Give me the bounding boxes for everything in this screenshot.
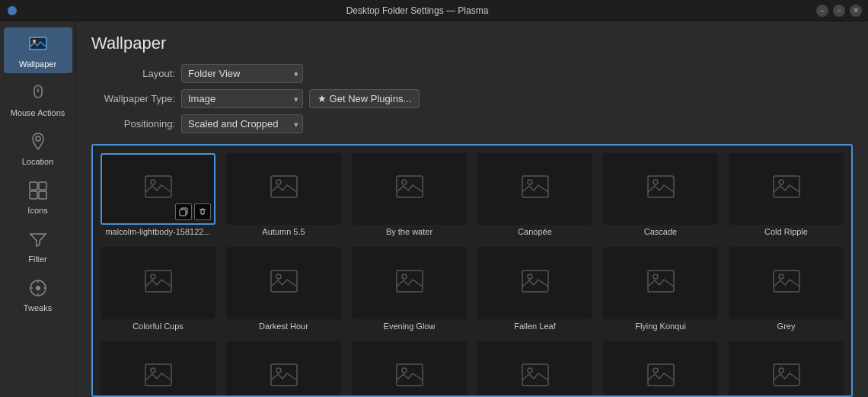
location-icon xyxy=(26,130,50,154)
wallpaper-type-select-wrapper[interactable]: Image Color Slideshow xyxy=(181,89,303,108)
wallpaper-type-select[interactable]: Image Color Slideshow xyxy=(181,89,303,108)
wallpaper-item[interactable] xyxy=(223,338,344,397)
wallpaper-item[interactable]: Cascade xyxy=(600,150,721,239)
wallpaper-placeholder-icon xyxy=(647,363,675,391)
wallpaper-grid: malcolm-lightbody-158122... Autumn 5.5 B… xyxy=(97,150,847,397)
sidebar-item-icons[interactable]: Icons xyxy=(4,174,72,219)
svg-point-26 xyxy=(528,180,532,184)
wallpaper-thumbnail[interactable] xyxy=(729,153,844,225)
sidebar-item-tweaks[interactable]: Tweaks xyxy=(4,271,72,317)
wallpaper-type-row: Wallpaper Type: Image Color Slideshow ★ … xyxy=(91,89,853,108)
wallpaper-thumbnail[interactable] xyxy=(603,247,718,319)
titlebar-icon xyxy=(6,5,18,17)
wallpaper-placeholder-icon xyxy=(522,175,549,203)
wallpaper-thumbnail[interactable] xyxy=(352,247,467,319)
wallpaper-item[interactable] xyxy=(474,338,595,397)
layout-select[interactable]: Folder View Desktop xyxy=(181,64,303,83)
svg-point-44 xyxy=(151,368,155,373)
svg-point-30 xyxy=(779,180,783,184)
maximize-button[interactable]: ○ xyxy=(833,5,845,17)
positioning-select[interactable]: Scaled and Cropped Scaled Centered Tiled… xyxy=(181,114,303,133)
wallpaper-thumbnail[interactable] xyxy=(477,247,592,319)
sidebar-item-mouse-actions[interactable]: Mouse Actions xyxy=(4,76,72,122)
wallpaper-thumbnail[interactable] xyxy=(477,341,592,397)
wallpaper-name: Cascade xyxy=(603,227,718,236)
wallpaper-item[interactable]: Fallen Leaf xyxy=(474,244,595,333)
wallpaper-thumbnail[interactable] xyxy=(729,247,844,319)
wallpaper-placeholder-icon xyxy=(145,270,172,297)
sidebar-item-label: Icons xyxy=(27,206,47,215)
copy-wallpaper-button[interactable] xyxy=(175,203,192,220)
wallpaper-grid-container[interactable]: malcolm-lightbody-158122... Autumn 5.5 B… xyxy=(91,144,853,397)
wallpaper-thumbnail[interactable] xyxy=(729,341,844,397)
sidebar-item-filter[interactable]: Filter xyxy=(4,223,72,268)
layout-label: Layout: xyxy=(91,68,175,79)
wallpaper-placeholder-icon xyxy=(522,270,549,297)
svg-point-36 xyxy=(402,274,407,279)
wallpaper-thumbnail[interactable] xyxy=(101,247,215,319)
positioning-select-wrapper[interactable]: Scaled and Cropped Scaled Centered Tiled… xyxy=(181,114,303,133)
wallpaper-thumbnail[interactable] xyxy=(226,341,341,397)
wallpaper-name: Darkest Hour xyxy=(226,322,341,331)
wallpaper-placeholder-icon xyxy=(522,363,549,391)
wallpaper-item[interactable] xyxy=(97,338,219,397)
svg-point-13 xyxy=(36,286,40,290)
wallpaper-icon xyxy=(26,32,50,56)
positioning-row: Positioning: Scaled and Cropped Scaled C… xyxy=(91,114,853,133)
sidebar: Wallpaper Mouse Actions Location Icons F… xyxy=(0,21,76,397)
svg-point-54 xyxy=(779,368,783,373)
delete-wallpaper-button[interactable] xyxy=(194,203,211,220)
wallpaper-name: Flying Konqui xyxy=(603,322,718,331)
wallpaper-item[interactable]: Flying Konqui xyxy=(600,244,721,333)
wallpaper-item[interactable]: malcolm-lightbody-158122... xyxy=(97,150,219,239)
wallpaper-thumbnail[interactable] xyxy=(477,153,592,225)
svg-rect-47 xyxy=(397,364,423,386)
wallpaper-item[interactable] xyxy=(349,338,470,397)
svg-rect-20 xyxy=(180,210,186,216)
wallpaper-placeholder-icon xyxy=(145,175,172,203)
svg-rect-25 xyxy=(522,176,548,197)
get-plugins-button[interactable]: ★ Get New Plugins... xyxy=(309,89,420,108)
wallpaper-item[interactable]: Darkest Hour xyxy=(223,244,344,333)
wallpaper-thumbnail[interactable] xyxy=(603,341,718,397)
wallpaper-name: Fallen Leaf xyxy=(477,322,592,331)
sidebar-item-wallpaper[interactable]: Wallpaper xyxy=(4,27,72,73)
wallpaper-item[interactable]: Cold Ripple xyxy=(726,150,847,239)
sidebar-item-location[interactable]: Location xyxy=(4,125,72,171)
svg-point-52 xyxy=(653,368,658,373)
wallpaper-placeholder-icon xyxy=(773,175,800,203)
wallpaper-item[interactable] xyxy=(726,338,847,397)
content-area: Wallpaper Layout: Folder View Desktop Wa… xyxy=(76,21,868,397)
svg-point-28 xyxy=(653,180,658,184)
wallpaper-name: Autumn 5.5 xyxy=(226,227,341,236)
close-button[interactable]: ✕ xyxy=(850,5,862,17)
wallpaper-item[interactable]: Autumn 5.5 xyxy=(223,150,344,239)
wallpaper-thumbnail[interactable] xyxy=(101,341,215,397)
wallpaper-thumbnail[interactable] xyxy=(352,153,467,225)
wallpaper-item[interactable]: Evening Glow xyxy=(349,244,470,333)
svg-rect-41 xyxy=(774,271,799,292)
svg-rect-10 xyxy=(30,191,37,199)
wallpaper-thumbnail[interactable] xyxy=(226,153,341,225)
svg-point-48 xyxy=(402,368,407,373)
wallpaper-item[interactable]: Colorful Cups xyxy=(97,244,219,333)
wallpaper-item[interactable]: Grey xyxy=(726,244,847,333)
minimize-button[interactable]: – xyxy=(816,5,828,17)
wallpaper-thumbnail[interactable] xyxy=(226,247,341,319)
layout-row: Layout: Folder View Desktop xyxy=(91,64,853,83)
svg-rect-21 xyxy=(271,176,297,197)
wallpaper-item[interactable]: Canopée xyxy=(474,150,595,239)
svg-point-32 xyxy=(151,274,155,279)
titlebar: Desktop Folder Settings — Plasma – ○ ✕ xyxy=(0,0,868,21)
svg-rect-43 xyxy=(145,364,171,386)
wallpaper-thumbnail[interactable] xyxy=(352,341,467,397)
wallpaper-thumbnail[interactable] xyxy=(101,153,215,225)
svg-point-40 xyxy=(653,274,658,279)
wallpaper-thumbnail[interactable] xyxy=(603,153,718,225)
wallpaper-item[interactable]: By the water xyxy=(349,150,470,239)
wallpaper-item[interactable] xyxy=(600,338,721,397)
svg-rect-39 xyxy=(648,271,674,292)
layout-select-wrapper[interactable]: Folder View Desktop xyxy=(181,64,303,83)
wallpaper-name: malcolm-lightbody-158122... xyxy=(101,227,215,236)
wallpaper-name: Grey xyxy=(729,322,844,331)
